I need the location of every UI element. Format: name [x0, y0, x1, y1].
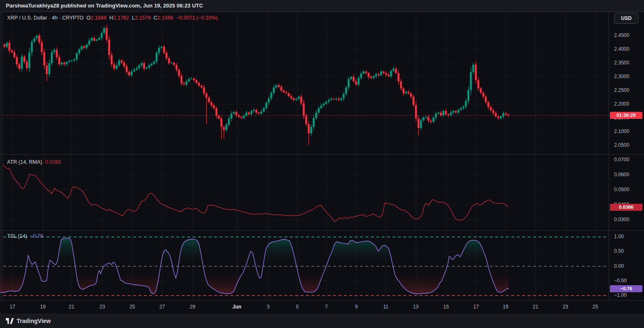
- time-tick-label: 25: [592, 304, 598, 310]
- currency-toggle-button[interactable]: USD: [614, 13, 639, 24]
- time-tick-label: 29: [190, 304, 195, 310]
- time-tick-label: 9: [355, 304, 358, 310]
- countdown-badge: 01:36:29: [610, 112, 642, 119]
- tradingview-logo-icon: [6, 318, 14, 324]
- time-tick-label: 23: [563, 304, 568, 310]
- time-tick-label: 17: [10, 304, 15, 310]
- tsl-title: TSL (14): [7, 233, 27, 239]
- price-scale-label: 2.3500: [614, 60, 629, 66]
- atr-title: ATR (14, RMA): [7, 159, 42, 165]
- header-bar: ParshwaTurakhiya28 published on TradingV…: [0, 0, 644, 12]
- atr-scale-label: 0.0600: [614, 172, 629, 178]
- low-value: 2.1579: [135, 15, 151, 21]
- left-margin: [0, 12, 3, 300]
- time-tick-label: 3: [267, 304, 270, 310]
- atr-legend: ATR (14, RMA) 0.0386: [7, 159, 61, 165]
- price-scale-label: 2.4000: [614, 46, 629, 52]
- time-tick-label: 27: [159, 304, 165, 310]
- candles-layer[interactable]: [3, 25, 509, 145]
- open-value: 2.1669: [91, 15, 106, 21]
- tsl-scale-label: −0.50: [614, 278, 627, 284]
- time-tick-label: 23: [99, 304, 105, 310]
- tsl-scale-label: 0.50: [614, 248, 624, 254]
- time-tick-label: 11: [383, 304, 388, 310]
- price-scale-label: 2.2500: [614, 87, 629, 93]
- atr-value-badge: 0.0386: [610, 204, 642, 211]
- atr-scale-label: 0.0300: [614, 217, 629, 222]
- open-label: O: [86, 15, 91, 21]
- atr-value: 0.0386: [45, 159, 61, 165]
- tsl-value: −0.76: [30, 233, 43, 239]
- time-tick-label: 5: [296, 304, 299, 310]
- time-tick-label: Jun: [232, 304, 241, 310]
- change-value: −0.0071 (−0.33%): [176, 15, 218, 21]
- time-tick-label: 21: [533, 304, 538, 310]
- price-scale-label: 2.0500: [614, 142, 629, 148]
- symbol-title: XRP / U.S. Dollar · 4h · CRYPTO: [7, 15, 84, 21]
- tsl-scale-label: 0.00: [614, 263, 624, 269]
- tsl-legend: TSL (14) −0.76: [7, 233, 43, 239]
- time-tick-label: 21: [69, 304, 74, 310]
- atr-line: [3, 165, 508, 222]
- tradingview-logo[interactable]: TradingView: [6, 318, 51, 324]
- close-value: 2.1598: [157, 15, 173, 21]
- time-tick-label: 19: [503, 304, 508, 310]
- price-scale-label: 2.2000: [614, 101, 629, 107]
- price-scale-label: 2.4500: [614, 32, 629, 38]
- close-label: C: [153, 15, 157, 21]
- atr-scale-label: 0.0700: [614, 157, 629, 163]
- publish-info: ParshwaTurakhiya28 published on TradingV…: [6, 0, 203, 12]
- tsl-scale-label: −1.00: [614, 292, 627, 298]
- chart-canvas[interactable]: [0, 0, 644, 328]
- time-tick-label: 15: [443, 304, 449, 310]
- time-tick-label: 7: [325, 304, 328, 310]
- horizontal-gridlines: [3, 36, 609, 281]
- vertical-gridlines: [13, 12, 596, 300]
- high-label: H: [109, 15, 113, 21]
- time-tick-label: 19: [40, 304, 45, 310]
- main-chart-legend: XRP / U.S. Dollar · 4h · CRYPTO O2.1669 …: [7, 15, 218, 21]
- tradingview-logo-text: TradingView: [17, 318, 51, 324]
- atr-scale-label: 0.0500: [614, 187, 629, 192]
- tsl-value-badge: −0.76: [610, 285, 642, 292]
- time-tick-label: 25: [129, 304, 135, 310]
- time-tick-label: 17: [473, 304, 479, 310]
- price-scale-label: 2.1000: [614, 128, 629, 134]
- tsl-scale-label: 1.00: [614, 234, 624, 239]
- time-tick-label: 13: [413, 304, 418, 310]
- price-scale-label: 2.3000: [614, 74, 629, 79]
- tradingview-snapshot: ParshwaTurakhiya28 published on TradingV…: [0, 0, 644, 328]
- high-value: 2.1762: [113, 15, 129, 21]
- footer-bar: TradingView: [0, 314, 644, 328]
